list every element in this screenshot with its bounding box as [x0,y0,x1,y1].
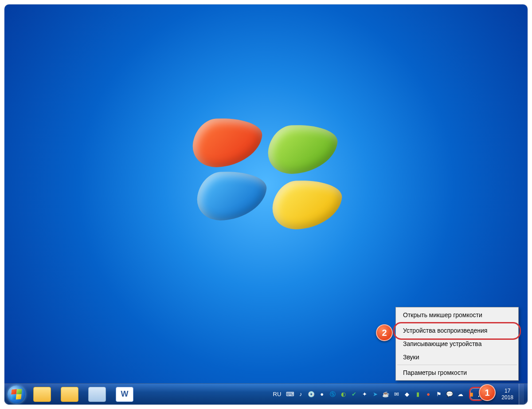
check-icon[interactable]: ✔ [350,390,358,398]
pinned-apps: W [28,384,138,405]
volume-context-menu: Открыть микшер громкости Устройства восп… [395,307,519,381]
app2-icon[interactable]: ◼ [467,390,475,398]
desktop[interactable]: Открыть микшер громкости Устройства восп… [4,4,528,405]
message-icon[interactable]: 💬 [446,390,454,398]
menu-sounds[interactable]: Звуки [397,350,517,364]
taskbar-pin-explorer[interactable] [29,385,55,404]
taskbar-pin-word[interactable]: W [112,385,137,404]
language-indicator[interactable]: RU [271,390,284,398]
taskbar: W RU ⌨ ♪ 💿 ● Ⓢ ◐ ✔ ✦ ➤ ☕ ✉ ◆ ▮ ● ⚑ 💬 ☁ [4,383,528,405]
flag-icon[interactable]: ⚑ [435,390,443,398]
disk-icon[interactable]: 💿 [307,390,315,398]
clock-time: 17 [501,388,513,394]
telegram-icon[interactable]: ➤ [371,390,379,398]
menu-separator [397,365,517,365]
menu-separator [397,322,517,323]
clock-date: 2018 [501,394,513,401]
annotation-badge-1: 1 [479,384,496,401]
tray-icons: ⌨ ♪ 💿 ● Ⓢ ◐ ✔ ✦ ➤ ☕ ✉ ◆ ▮ ● ⚑ 💬 ☁ ◼ [286,390,496,398]
start-orb-icon [8,385,25,403]
java-icon[interactable]: ☕ [382,390,390,398]
windows-logo [193,118,339,251]
spinner-icon[interactable]: ◐ [339,390,347,398]
keyboard-icon[interactable]: ⌨ [286,390,294,398]
show-desktop-button[interactable] [519,384,524,405]
menu-playback-devices[interactable]: Устройства воспроизведения [397,324,517,337]
tool-icon[interactable]: ✦ [360,390,368,398]
menu-volume-options[interactable]: Параметры громкости [397,366,517,379]
mail-icon[interactable]: ✉ [392,390,400,398]
cloud-icon[interactable]: ☁ [456,390,464,398]
note-icon[interactable]: ♪ [297,390,305,398]
skype-icon[interactable]: Ⓢ [329,390,336,398]
taskbar-pin-libraries[interactable] [57,385,82,404]
record-icon[interactable]: ● [424,390,432,398]
menu-recording-devices[interactable]: Записывающие устройства [397,337,517,350]
annotation-badge-2: 2 [376,324,393,341]
folder-icon [61,387,78,402]
word-icon: W [116,387,133,402]
clock[interactable]: 17 2018 [499,388,516,401]
menu-open-mixer[interactable]: Открыть микшер громкости [397,308,517,322]
start-button[interactable] [4,384,28,405]
panda-icon[interactable]: ● [318,390,326,398]
app-icon [88,387,106,402]
app-icon[interactable]: ◆ [403,390,411,398]
signal-icon[interactable]: ▮ [414,390,422,398]
folder-icon [33,387,51,402]
taskbar-pin-app[interactable] [84,385,110,404]
